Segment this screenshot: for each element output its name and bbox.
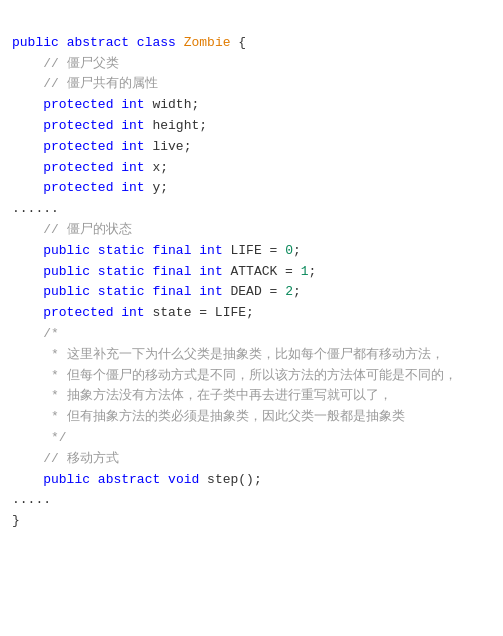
code-token xyxy=(90,241,98,262)
code-token: int xyxy=(121,95,144,116)
code-token: LIFE = xyxy=(223,241,285,262)
code-token xyxy=(145,241,153,262)
code-token: protected xyxy=(43,303,113,324)
code-token: int xyxy=(121,178,144,199)
code-token xyxy=(191,241,199,262)
code-token: 2 xyxy=(285,282,293,303)
code-token: * 这里补充一下为什么父类是抽象类，比如每个僵尸都有移动方法， xyxy=(12,345,444,366)
code-token: ; xyxy=(293,241,301,262)
code-token: ...... xyxy=(12,199,59,220)
code-token: final xyxy=(152,282,191,303)
code-token xyxy=(113,137,121,158)
code-token: abstract xyxy=(98,470,160,491)
code-line: protected int state = LIFE; xyxy=(0,303,503,324)
code-token: protected xyxy=(43,158,113,179)
code-token xyxy=(90,470,98,491)
code-token xyxy=(12,137,43,158)
code-token: // 僵尸父类 xyxy=(12,54,119,75)
code-token: public xyxy=(43,282,90,303)
code-token xyxy=(145,282,153,303)
code-token xyxy=(12,470,43,491)
code-token xyxy=(12,282,43,303)
code-line: * 但每个僵尸的移动方式是不同，所以该方法的方法体可能是不同的， xyxy=(0,366,503,387)
code-token: * 抽象方法没有方法体，在子类中再去进行重写就可以了， xyxy=(12,386,392,407)
code-token xyxy=(113,178,121,199)
code-token xyxy=(129,33,137,54)
code-token xyxy=(113,95,121,116)
code-token: static xyxy=(98,241,145,262)
code-editor: public abstract class Zombie { // 僵尸父类 /… xyxy=(0,8,503,536)
code-token: ..... xyxy=(12,490,51,511)
code-token: */ xyxy=(12,428,67,449)
code-line: public static final int LIFE = 0; xyxy=(0,241,503,262)
code-token: void xyxy=(168,470,199,491)
code-token: protected xyxy=(43,116,113,137)
code-token: protected xyxy=(43,95,113,116)
code-token: public xyxy=(12,33,59,54)
code-line: protected int y; xyxy=(0,178,503,199)
code-token: Zombie xyxy=(184,33,231,54)
code-token: ATTACK = xyxy=(223,262,301,283)
code-line: // 僵尸的状态 xyxy=(0,220,503,241)
code-line: public static final int ATTACK = 1; xyxy=(0,262,503,283)
code-token xyxy=(12,178,43,199)
code-line: */ xyxy=(0,428,503,449)
code-line: /* xyxy=(0,324,503,345)
code-token xyxy=(90,262,98,283)
code-token: height; xyxy=(145,116,207,137)
code-token xyxy=(113,303,121,324)
code-token: // 僵尸共有的属性 xyxy=(12,74,158,95)
code-line: public static final int DEAD = 2; xyxy=(0,282,503,303)
code-token: static xyxy=(98,282,145,303)
code-token: ; xyxy=(309,262,317,283)
code-token: public xyxy=(43,262,90,283)
code-line: protected int height; xyxy=(0,116,503,137)
code-token: public xyxy=(43,241,90,262)
code-token: final xyxy=(152,241,191,262)
code-token: abstract xyxy=(67,33,129,54)
code-token xyxy=(191,262,199,283)
code-token: // 僵尸的状态 xyxy=(12,220,132,241)
code-line: // 僵尸共有的属性 xyxy=(0,74,503,95)
code-token xyxy=(113,116,121,137)
code-line: ..... xyxy=(0,490,503,511)
code-token xyxy=(90,282,98,303)
code-token xyxy=(12,158,43,179)
code-token: live; xyxy=(145,137,192,158)
code-line: protected int width; xyxy=(0,95,503,116)
code-line: public abstract void step(); xyxy=(0,470,503,491)
code-token: int xyxy=(199,282,222,303)
code-token: protected xyxy=(43,137,113,158)
code-token: { xyxy=(231,33,247,54)
code-token: int xyxy=(121,116,144,137)
code-line: * 抽象方法没有方法体，在子类中再去进行重写就可以了， xyxy=(0,386,503,407)
code-token: int xyxy=(121,303,144,324)
code-token: width; xyxy=(145,95,200,116)
code-token: 1 xyxy=(301,262,309,283)
code-token: class xyxy=(137,33,176,54)
code-token xyxy=(160,470,168,491)
code-token xyxy=(145,262,153,283)
code-token: * 但每个僵尸的移动方式是不同，所以该方法的方法体可能是不同的， xyxy=(12,366,457,387)
code-token: x; xyxy=(145,158,168,179)
code-token xyxy=(191,282,199,303)
code-token: int xyxy=(199,262,222,283)
code-token: ; xyxy=(293,282,301,303)
code-token xyxy=(12,262,43,283)
code-line: protected int live; xyxy=(0,137,503,158)
code-token xyxy=(12,116,43,137)
code-token: final xyxy=(152,262,191,283)
code-token xyxy=(12,95,43,116)
code-token xyxy=(113,158,121,179)
code-token: * 但有抽象方法的类必须是抽象类，因此父类一般都是抽象类 xyxy=(12,407,405,428)
code-token: state = LIFE; xyxy=(145,303,254,324)
code-token xyxy=(176,33,184,54)
code-token: DEAD = xyxy=(223,282,285,303)
code-token xyxy=(12,241,43,262)
code-token: protected xyxy=(43,178,113,199)
code-line: } xyxy=(0,511,503,532)
code-line: * 这里补充一下为什么父类是抽象类，比如每个僵尸都有移动方法， xyxy=(0,345,503,366)
code-token: static xyxy=(98,262,145,283)
code-token: int xyxy=(121,137,144,158)
code-token: // 移动方式 xyxy=(12,449,119,470)
